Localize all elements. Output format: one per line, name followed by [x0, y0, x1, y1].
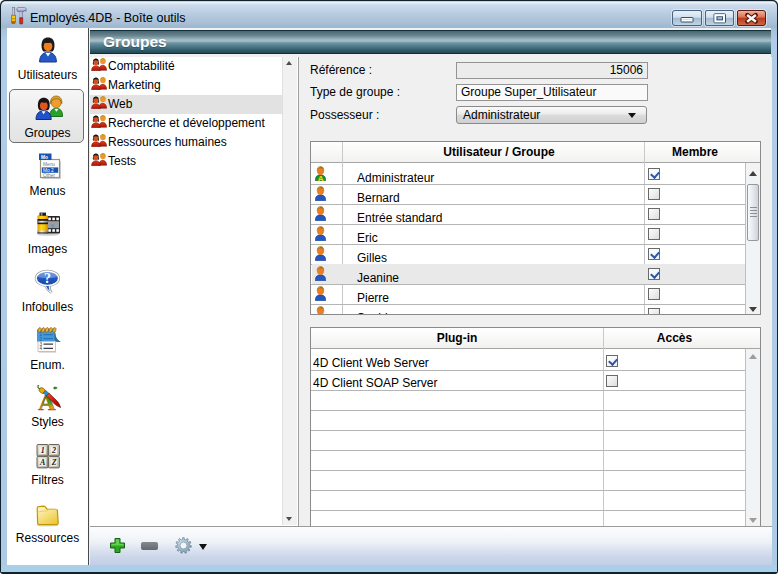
svg-text:Other: Other [43, 173, 55, 178]
svg-text:2: 2 [39, 337, 42, 342]
svg-text:4: 4 [39, 346, 42, 351]
svg-text:2: 2 [51, 446, 56, 455]
svg-text:Z: Z [50, 458, 56, 467]
svg-text:A: A [39, 458, 46, 467]
svg-text:Menu: Menu [43, 162, 55, 167]
svg-text:Mo 2: Mo 2 [43, 168, 54, 173]
svg-text:?: ? [44, 271, 51, 286]
svg-text:1: 1 [40, 446, 44, 455]
svg-text:Mo: Mo [41, 155, 48, 160]
